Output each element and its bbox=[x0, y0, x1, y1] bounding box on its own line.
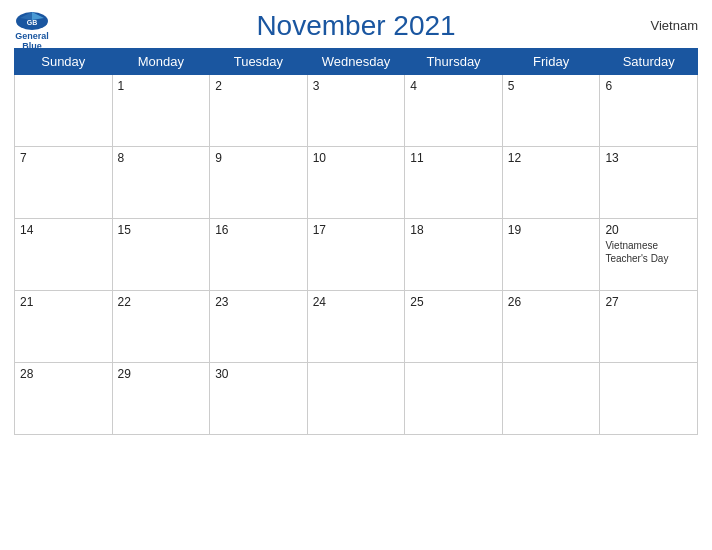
header-thursday: Thursday bbox=[405, 49, 503, 75]
day-number: 13 bbox=[605, 151, 692, 165]
day-number: 3 bbox=[313, 79, 400, 93]
logo: GB GeneralBlue bbox=[14, 10, 50, 52]
day-number: 30 bbox=[215, 367, 302, 381]
day-number: 1 bbox=[118, 79, 205, 93]
day-number: 19 bbox=[508, 223, 595, 237]
calendar-cell bbox=[307, 363, 405, 435]
calendar-cell: 11 bbox=[405, 147, 503, 219]
calendar-cell: 10 bbox=[307, 147, 405, 219]
day-number: 24 bbox=[313, 295, 400, 309]
day-number: 16 bbox=[215, 223, 302, 237]
calendar-cell: 12 bbox=[502, 147, 600, 219]
calendar-cell bbox=[15, 75, 113, 147]
calendar-table: Sunday Monday Tuesday Wednesday Thursday… bbox=[14, 48, 698, 435]
calendar-week-row: 123456 bbox=[15, 75, 698, 147]
calendar-week-row: 78910111213 bbox=[15, 147, 698, 219]
calendar-cell bbox=[502, 363, 600, 435]
day-number: 27 bbox=[605, 295, 692, 309]
calendar-cell: 28 bbox=[15, 363, 113, 435]
calendar-cell: 22 bbox=[112, 291, 210, 363]
day-number: 21 bbox=[20, 295, 107, 309]
day-number: 20 bbox=[605, 223, 692, 237]
header-sunday: Sunday bbox=[15, 49, 113, 75]
calendar-wrapper: GB GeneralBlue November 2021 Vietnam Sun… bbox=[0, 0, 712, 550]
header-wednesday: Wednesday bbox=[307, 49, 405, 75]
day-number: 10 bbox=[313, 151, 400, 165]
day-number: 2 bbox=[215, 79, 302, 93]
holiday-label: Vietnamese Teacher's Day bbox=[605, 239, 692, 265]
calendar-cell: 27 bbox=[600, 291, 698, 363]
logo-text: GeneralBlue bbox=[15, 32, 49, 52]
month-title: November 2021 bbox=[256, 10, 455, 42]
day-number: 9 bbox=[215, 151, 302, 165]
calendar-week-row: 282930 bbox=[15, 363, 698, 435]
calendar-cell: 14 bbox=[15, 219, 113, 291]
calendar-cell: 3 bbox=[307, 75, 405, 147]
day-number: 11 bbox=[410, 151, 497, 165]
calendar-cell: 8 bbox=[112, 147, 210, 219]
calendar-cell: 2 bbox=[210, 75, 308, 147]
logo-icon: GB bbox=[14, 10, 50, 32]
day-number: 7 bbox=[20, 151, 107, 165]
day-number: 29 bbox=[118, 367, 205, 381]
day-number: 14 bbox=[20, 223, 107, 237]
calendar-header: GB GeneralBlue November 2021 Vietnam bbox=[14, 10, 698, 42]
day-number: 17 bbox=[313, 223, 400, 237]
day-number: 8 bbox=[118, 151, 205, 165]
header-tuesday: Tuesday bbox=[210, 49, 308, 75]
svg-text:GB: GB bbox=[27, 19, 38, 26]
calendar-week-row: 14151617181920Vietnamese Teacher's Day bbox=[15, 219, 698, 291]
calendar-cell: 30 bbox=[210, 363, 308, 435]
day-number: 12 bbox=[508, 151, 595, 165]
header-friday: Friday bbox=[502, 49, 600, 75]
calendar-cell: 7 bbox=[15, 147, 113, 219]
country-label: Vietnam bbox=[651, 18, 698, 33]
day-number: 5 bbox=[508, 79, 595, 93]
day-number: 23 bbox=[215, 295, 302, 309]
calendar-cell: 5 bbox=[502, 75, 600, 147]
calendar-cell: 23 bbox=[210, 291, 308, 363]
calendar-cell: 1 bbox=[112, 75, 210, 147]
calendar-cell: 29 bbox=[112, 363, 210, 435]
calendar-cell: 18 bbox=[405, 219, 503, 291]
calendar-cell: 25 bbox=[405, 291, 503, 363]
calendar-cell bbox=[405, 363, 503, 435]
calendar-cell: 24 bbox=[307, 291, 405, 363]
calendar-cell: 9 bbox=[210, 147, 308, 219]
day-number: 25 bbox=[410, 295, 497, 309]
header-monday: Monday bbox=[112, 49, 210, 75]
calendar-cell: 13 bbox=[600, 147, 698, 219]
day-number: 28 bbox=[20, 367, 107, 381]
day-number: 26 bbox=[508, 295, 595, 309]
day-number: 18 bbox=[410, 223, 497, 237]
calendar-cell bbox=[600, 363, 698, 435]
calendar-cell: 21 bbox=[15, 291, 113, 363]
day-number: 4 bbox=[410, 79, 497, 93]
calendar-cell: 4 bbox=[405, 75, 503, 147]
weekday-header-row: Sunday Monday Tuesday Wednesday Thursday… bbox=[15, 49, 698, 75]
day-number: 22 bbox=[118, 295, 205, 309]
calendar-cell: 17 bbox=[307, 219, 405, 291]
calendar-cell: 26 bbox=[502, 291, 600, 363]
calendar-cell: 15 bbox=[112, 219, 210, 291]
day-number: 15 bbox=[118, 223, 205, 237]
header-saturday: Saturday bbox=[600, 49, 698, 75]
calendar-cell: 16 bbox=[210, 219, 308, 291]
calendar-cell: 20Vietnamese Teacher's Day bbox=[600, 219, 698, 291]
calendar-week-row: 21222324252627 bbox=[15, 291, 698, 363]
calendar-cell: 6 bbox=[600, 75, 698, 147]
day-number: 6 bbox=[605, 79, 692, 93]
calendar-cell: 19 bbox=[502, 219, 600, 291]
